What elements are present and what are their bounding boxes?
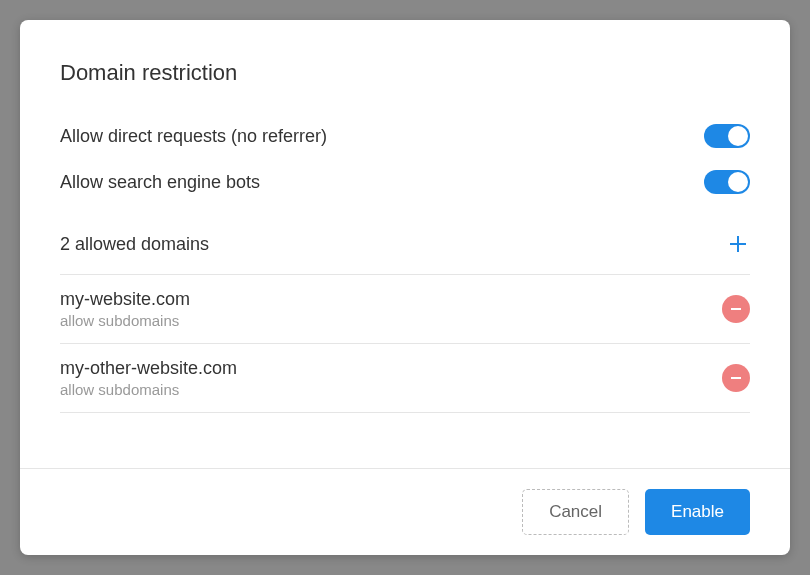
minus-icon: [728, 370, 744, 386]
modal-body: Domain restriction Allow direct requests…: [20, 20, 790, 468]
toggle-knob: [728, 126, 748, 146]
toggle-knob: [728, 172, 748, 192]
cancel-button[interactable]: Cancel: [522, 489, 629, 535]
domain-subdomains-label: allow subdomains: [60, 381, 237, 398]
enable-button[interactable]: Enable: [645, 489, 750, 535]
domain-name: my-website.com: [60, 289, 190, 310]
minus-icon: [728, 301, 744, 317]
svg-rect-1: [731, 377, 741, 379]
toggle-search-bots[interactable]: [704, 170, 750, 194]
domain-restriction-modal: Domain restriction Allow direct requests…: [20, 20, 790, 555]
domain-info: my-website.com allow subdomains: [60, 289, 190, 329]
toggle-row-search-bots: Allow search engine bots: [60, 170, 750, 194]
toggle-label: Allow search engine bots: [60, 172, 260, 193]
toggle-direct-requests[interactable]: [704, 124, 750, 148]
remove-domain-button[interactable]: [722, 295, 750, 323]
domain-subdomains-label: allow subdomains: [60, 312, 190, 329]
domains-header: 2 allowed domains: [60, 232, 750, 275]
toggle-row-direct-requests: Allow direct requests (no referrer): [60, 124, 750, 148]
domains-count-label: 2 allowed domains: [60, 234, 209, 255]
modal-title: Domain restriction: [60, 60, 750, 86]
add-domain-button[interactable]: [726, 232, 750, 256]
remove-domain-button[interactable]: [722, 364, 750, 392]
plus-icon: [726, 232, 750, 256]
domain-row: my-website.com allow subdomains: [60, 275, 750, 344]
domain-name: my-other-website.com: [60, 358, 237, 379]
domain-row: my-other-website.com allow subdomains: [60, 344, 750, 413]
toggle-label: Allow direct requests (no referrer): [60, 126, 327, 147]
domain-info: my-other-website.com allow subdomains: [60, 358, 237, 398]
modal-footer: Cancel Enable: [20, 468, 790, 555]
svg-rect-0: [731, 308, 741, 310]
